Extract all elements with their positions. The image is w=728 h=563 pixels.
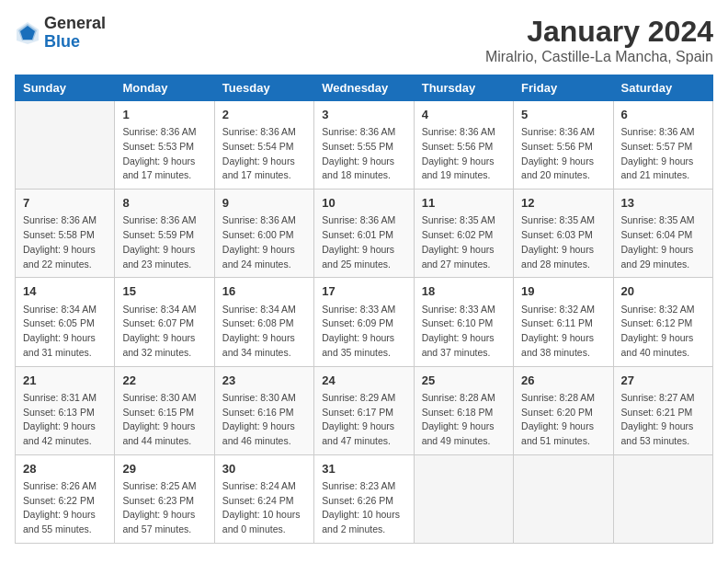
- day-number: 29: [122, 461, 206, 477]
- header-cell-friday: Friday: [514, 75, 613, 101]
- day-info: Sunrise: 8:28 AMSunset: 6:20 PMDaylight:…: [521, 391, 605, 449]
- day-number: 5: [521, 107, 605, 123]
- day-cell: 17Sunrise: 8:33 AMSunset: 6:09 PMDayligh…: [314, 278, 414, 366]
- day-cell: [514, 454, 613, 543]
- day-info: Sunrise: 8:24 AMSunset: 6:24 PMDaylight:…: [222, 479, 306, 537]
- day-number: 17: [322, 283, 405, 300]
- day-number: 2: [222, 107, 306, 123]
- day-info: Sunrise: 8:32 AMSunset: 6:11 PMDaylight:…: [521, 303, 605, 361]
- day-number: 27: [621, 373, 705, 389]
- day-info: Sunrise: 8:25 AMSunset: 6:23 PMDaylight:…: [122, 479, 206, 537]
- day-cell: 21Sunrise: 8:31 AMSunset: 6:13 PMDayligh…: [16, 366, 115, 454]
- day-cell: 14Sunrise: 8:34 AMSunset: 6:05 PMDayligh…: [16, 278, 115, 366]
- week-row-5: 28Sunrise: 8:26 AMSunset: 6:22 PMDayligh…: [16, 454, 713, 543]
- day-info: Sunrise: 8:36 AMSunset: 5:58 PMDaylight:…: [23, 213, 107, 271]
- day-info: Sunrise: 8:36 AMSunset: 5:53 PMDaylight:…: [122, 125, 206, 183]
- day-info: Sunrise: 8:36 AMSunset: 5:56 PMDaylight:…: [521, 125, 605, 183]
- day-info: Sunrise: 8:36 AMSunset: 5:55 PMDaylight:…: [322, 125, 405, 183]
- day-cell: 12Sunrise: 8:35 AMSunset: 6:03 PMDayligh…: [514, 190, 613, 278]
- subtitle: Miralrio, Castille-La Mancha, Spain: [485, 49, 713, 65]
- day-cell: 3Sunrise: 8:36 AMSunset: 5:55 PMDaylight…: [314, 101, 414, 190]
- day-cell: 16Sunrise: 8:34 AMSunset: 6:08 PMDayligh…: [214, 278, 313, 366]
- day-cell: 5Sunrise: 8:36 AMSunset: 5:56 PMDaylight…: [514, 101, 613, 190]
- day-info: Sunrise: 8:36 AMSunset: 5:56 PMDaylight:…: [422, 125, 506, 183]
- logo: General Blue: [15, 15, 106, 52]
- day-info: Sunrise: 8:28 AMSunset: 6:18 PMDaylight:…: [422, 391, 506, 449]
- day-number: 24: [322, 373, 405, 389]
- day-info: Sunrise: 8:33 AMSunset: 6:10 PMDaylight:…: [422, 303, 506, 361]
- day-number: 1: [122, 107, 206, 123]
- day-info: Sunrise: 8:36 AMSunset: 6:00 PMDaylight:…: [222, 213, 306, 271]
- day-cell: 13Sunrise: 8:35 AMSunset: 6:04 PMDayligh…: [613, 190, 712, 278]
- day-number: 28: [23, 461, 107, 477]
- logo-general: General: [44, 15, 106, 33]
- day-info: Sunrise: 8:27 AMSunset: 6:21 PMDaylight:…: [621, 391, 705, 449]
- day-info: Sunrise: 8:34 AMSunset: 6:07 PMDaylight:…: [122, 303, 206, 361]
- header-cell-monday: Monday: [115, 75, 214, 101]
- day-info: Sunrise: 8:36 AMSunset: 6:01 PMDaylight:…: [322, 213, 405, 271]
- header-cell-saturday: Saturday: [613, 75, 712, 101]
- day-cell: 26Sunrise: 8:28 AMSunset: 6:20 PMDayligh…: [514, 366, 613, 454]
- day-info: Sunrise: 8:30 AMSunset: 6:16 PMDaylight:…: [222, 391, 306, 449]
- day-number: 19: [521, 283, 605, 300]
- day-number: 21: [23, 373, 107, 389]
- day-number: 11: [422, 195, 506, 212]
- day-number: 20: [621, 283, 705, 300]
- day-info: Sunrise: 8:35 AMSunset: 6:02 PMDaylight:…: [422, 213, 506, 271]
- day-info: Sunrise: 8:23 AMSunset: 6:26 PMDaylight:…: [322, 479, 405, 537]
- calendar-table: SundayMondayTuesdayWednesdayThursdayFrid…: [15, 75, 713, 544]
- logo-icon: [15, 20, 40, 46]
- day-info: Sunrise: 8:36 AMSunset: 5:57 PMDaylight:…: [621, 125, 705, 183]
- main-title: January 2024: [485, 15, 713, 49]
- day-number: 22: [122, 373, 206, 389]
- day-number: 16: [222, 283, 306, 300]
- day-cell: 23Sunrise: 8:30 AMSunset: 6:16 PMDayligh…: [214, 366, 313, 454]
- day-number: 18: [422, 283, 506, 300]
- logo-text: General Blue: [44, 15, 106, 52]
- header-cell-sunday: Sunday: [16, 75, 115, 101]
- day-cell: 15Sunrise: 8:34 AMSunset: 6:07 PMDayligh…: [115, 278, 214, 366]
- day-info: Sunrise: 8:35 AMSunset: 6:04 PMDaylight:…: [621, 213, 705, 271]
- day-cell: 22Sunrise: 8:30 AMSunset: 6:15 PMDayligh…: [115, 366, 214, 454]
- day-cell: 28Sunrise: 8:26 AMSunset: 6:22 PMDayligh…: [16, 454, 115, 543]
- day-cell: 31Sunrise: 8:23 AMSunset: 6:26 PMDayligh…: [314, 454, 414, 543]
- day-cell: 4Sunrise: 8:36 AMSunset: 5:56 PMDaylight…: [414, 101, 513, 190]
- day-cell: 30Sunrise: 8:24 AMSunset: 6:24 PMDayligh…: [214, 454, 313, 543]
- week-row-4: 21Sunrise: 8:31 AMSunset: 6:13 PMDayligh…: [16, 366, 713, 454]
- day-info: Sunrise: 8:36 AMSunset: 5:54 PMDaylight:…: [222, 125, 306, 183]
- day-number: 30: [222, 461, 306, 477]
- week-row-2: 7Sunrise: 8:36 AMSunset: 5:58 PMDaylight…: [16, 190, 713, 278]
- week-row-1: 1Sunrise: 8:36 AMSunset: 5:53 PMDaylight…: [16, 101, 713, 190]
- day-cell: 10Sunrise: 8:36 AMSunset: 6:01 PMDayligh…: [314, 190, 414, 278]
- day-cell: 25Sunrise: 8:28 AMSunset: 6:18 PMDayligh…: [414, 366, 513, 454]
- week-row-3: 14Sunrise: 8:34 AMSunset: 6:05 PMDayligh…: [16, 278, 713, 366]
- day-cell: [16, 101, 115, 190]
- day-info: Sunrise: 8:26 AMSunset: 6:22 PMDaylight:…: [23, 479, 107, 537]
- calendar-header: SundayMondayTuesdayWednesdayThursdayFrid…: [16, 75, 713, 101]
- day-cell: 20Sunrise: 8:32 AMSunset: 6:12 PMDayligh…: [613, 278, 712, 366]
- page-header: General Blue January 2024 Miralrio, Cast…: [15, 15, 713, 65]
- header-cell-tuesday: Tuesday: [214, 75, 313, 101]
- day-cell: 11Sunrise: 8:35 AMSunset: 6:02 PMDayligh…: [414, 190, 513, 278]
- day-info: Sunrise: 8:36 AMSunset: 5:59 PMDaylight:…: [122, 213, 206, 271]
- day-number: 23: [222, 373, 306, 389]
- day-number: 10: [322, 195, 405, 212]
- day-cell: 8Sunrise: 8:36 AMSunset: 5:59 PMDaylight…: [115, 190, 214, 278]
- day-cell: 2Sunrise: 8:36 AMSunset: 5:54 PMDaylight…: [214, 101, 313, 190]
- title-section: January 2024 Miralrio, Castille-La Manch…: [485, 15, 713, 65]
- day-cell: 6Sunrise: 8:36 AMSunset: 5:57 PMDaylight…: [613, 101, 712, 190]
- day-cell: 19Sunrise: 8:32 AMSunset: 6:11 PMDayligh…: [514, 278, 613, 366]
- day-info: Sunrise: 8:34 AMSunset: 6:08 PMDaylight:…: [222, 303, 306, 361]
- day-info: Sunrise: 8:33 AMSunset: 6:09 PMDaylight:…: [322, 303, 405, 361]
- day-cell: 1Sunrise: 8:36 AMSunset: 5:53 PMDaylight…: [115, 101, 214, 190]
- day-info: Sunrise: 8:32 AMSunset: 6:12 PMDaylight:…: [621, 303, 705, 361]
- logo-blue: Blue: [44, 33, 106, 52]
- calendar-body: 1Sunrise: 8:36 AMSunset: 5:53 PMDaylight…: [16, 101, 713, 544]
- day-cell: 7Sunrise: 8:36 AMSunset: 5:58 PMDaylight…: [16, 190, 115, 278]
- day-cell: 9Sunrise: 8:36 AMSunset: 6:00 PMDaylight…: [214, 190, 313, 278]
- day-number: 13: [621, 195, 705, 212]
- day-number: 12: [521, 195, 605, 212]
- day-number: 25: [422, 373, 506, 389]
- day-info: Sunrise: 8:31 AMSunset: 6:13 PMDaylight:…: [23, 391, 107, 449]
- day-cell: 27Sunrise: 8:27 AMSunset: 6:21 PMDayligh…: [613, 366, 712, 454]
